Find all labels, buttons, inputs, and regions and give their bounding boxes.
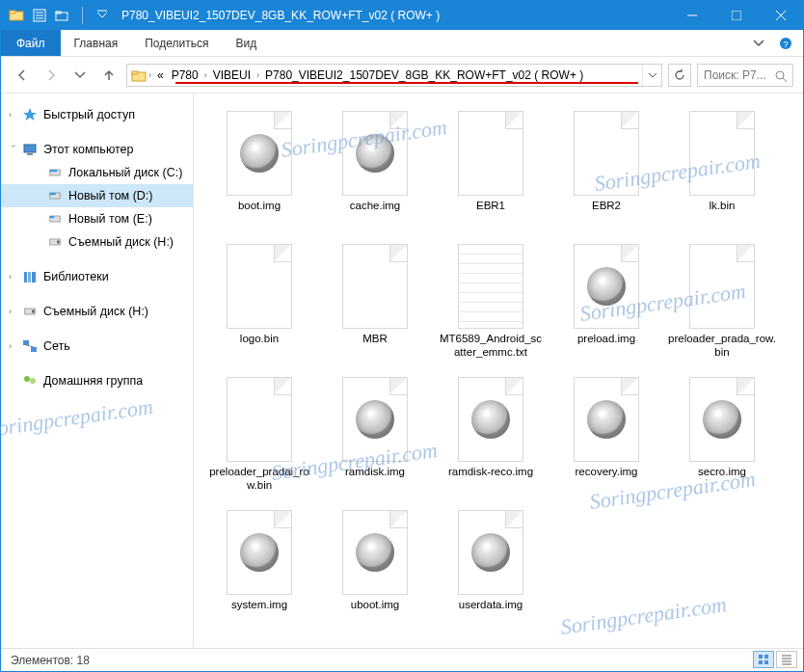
svg-rect-41	[759, 660, 763, 664]
nav-drive-c[interactable]: Локальный диск (C:)	[1, 161, 193, 184]
svg-rect-22	[50, 170, 58, 172]
content-pane[interactable]: boot.imgcache.imgEBR1EBR2lk.binlogo.binM…	[194, 94, 803, 648]
file-tile[interactable]: logo.bin	[203, 238, 315, 363]
tab-home[interactable]: Главная	[61, 30, 132, 56]
nav-quick-access[interactable]: › Быстрый доступ	[1, 103, 193, 126]
file-icon	[342, 244, 408, 329]
file-icon	[689, 111, 755, 196]
body: › Быстрый доступ › Этот компьютер Локаль…	[1, 94, 803, 648]
file-tile[interactable]: MBR	[319, 238, 431, 363]
svg-rect-42	[764, 660, 768, 664]
file-tile[interactable]: MT6589_Android_scatter_emmc.txt	[435, 238, 547, 363]
folder-icon	[9, 8, 24, 23]
file-name: MBR	[361, 329, 389, 345]
file-tile[interactable]: EBR2	[550, 105, 662, 230]
svg-rect-19	[24, 145, 36, 152]
recent-dropdown[interactable]	[68, 64, 92, 87]
nav-drive-d[interactable]: Новый том (D:)	[1, 184, 193, 207]
file-name: ramdisk.img	[343, 462, 407, 478]
file-tile[interactable]: system.img	[203, 504, 315, 630]
tab-share[interactable]: Поделиться	[131, 30, 222, 56]
nav-network[interactable]: › Сеть	[1, 335, 193, 358]
address-dropdown-icon[interactable]	[642, 65, 661, 86]
minimize-button[interactable]	[670, 1, 714, 30]
homegroup-icon	[22, 373, 38, 389]
nav-label: Этот компьютер	[43, 143, 133, 156]
details-view-button[interactable]	[776, 651, 797, 668]
nav-libraries[interactable]: › Библиотеки	[1, 265, 193, 288]
file-tile[interactable]: preloader_prada_row.bin	[666, 238, 778, 363]
ribbon-expand-icon[interactable]	[751, 36, 766, 51]
file-tile[interactable]: secro.img	[666, 371, 778, 497]
nav-label: Съемный диск (H:)	[68, 235, 174, 249]
close-button[interactable]	[759, 1, 803, 30]
folder-icon	[131, 67, 147, 83]
svg-rect-20	[27, 153, 33, 155]
file-tile[interactable]: ramdisk.img	[319, 371, 431, 497]
back-button[interactable]	[11, 64, 34, 87]
disc-image-icon	[458, 377, 523, 462]
nav-this-pc[interactable]: › Этот компьютер	[1, 138, 193, 161]
removable-drive-icon	[47, 234, 63, 250]
svg-point-17	[776, 71, 784, 79]
search-icon	[773, 68, 789, 84]
libraries-icon	[22, 269, 38, 284]
explorer-window: P780_VIBEUI2_1507DEV_8GB_KK_ROW+FT_v02 (…	[0, 0, 804, 672]
svg-line-36	[26, 345, 34, 347]
computer-icon	[22, 142, 38, 157]
nav-label: Новый том (D:)	[68, 189, 153, 202]
file-name: boot.img	[236, 196, 282, 212]
file-tile[interactable]: recovery.img	[550, 371, 662, 497]
address-box[interactable]: › « P780 › VIBEUI › P780_VIBEUI2_1507DEV…	[126, 64, 662, 87]
disc-image-icon	[574, 244, 639, 329]
new-folder-icon[interactable]	[55, 8, 70, 23]
nav-label: Домашняя группа	[43, 374, 143, 388]
file-tile[interactable]: cache.img	[319, 105, 431, 230]
file-tile[interactable]: preloader_pradai_row.bin	[203, 371, 315, 497]
file-name: uboot.img	[349, 595, 402, 611]
up-button[interactable]	[97, 64, 121, 87]
large-icons-view-button[interactable]	[753, 651, 774, 668]
file-name: logo.bin	[238, 329, 281, 345]
file-tab[interactable]: Файл	[1, 30, 61, 56]
removable-drive-icon	[22, 304, 38, 319]
file-name: ramdisk-reco.img	[446, 462, 535, 478]
refresh-button[interactable]	[668, 64, 691, 87]
nav-removable[interactable]: › Съемный диск (H:)	[1, 300, 193, 323]
nav-drive-e[interactable]: Новый том (E:)	[1, 207, 193, 230]
disc-image-icon	[689, 377, 755, 462]
drive-icon	[47, 188, 63, 203]
navigation-pane: › Быстрый доступ › Этот компьютер Локаль…	[1, 94, 194, 648]
nav-homegroup[interactable]: Домашняя группа	[1, 369, 193, 392]
nav-label: Быстрый доступ	[43, 108, 135, 121]
svg-rect-34	[23, 340, 29, 345]
file-name: lk.bin	[708, 196, 737, 212]
help-icon[interactable]: ?	[778, 36, 793, 51]
forward-button[interactable]	[40, 64, 63, 87]
search-input[interactable]: Поиск: P7...	[697, 64, 793, 87]
chevron-icon: ›	[9, 307, 18, 316]
file-name: userdata.img	[457, 595, 524, 611]
maximize-button[interactable]	[714, 1, 759, 30]
properties-icon[interactable]	[32, 8, 47, 23]
file-tile[interactable]: ramdisk-reco.img	[435, 371, 547, 497]
item-count-label: Элементов:	[11, 654, 73, 667]
nav-label: Новый том (E:)	[68, 212, 152, 226]
breadcrumb-overflow[interactable]: «	[153, 65, 168, 86]
file-name: MT6589_Android_scatter_emmc.txt	[435, 329, 547, 360]
file-tile[interactable]: preload.img	[550, 238, 662, 363]
file-tile[interactable]: boot.img	[203, 105, 315, 230]
svg-rect-29	[24, 272, 27, 282]
nav-drive-h[interactable]: Съемный диск (H:)	[1, 230, 193, 254]
file-tile[interactable]: EBR1	[435, 105, 547, 230]
chevron-down-icon: ›	[9, 145, 18, 154]
search-placeholder: Поиск: P7...	[704, 68, 766, 82]
tab-view[interactable]: Вид	[222, 30, 270, 56]
file-tile[interactable]: lk.bin	[666, 105, 778, 230]
chevron-icon: ›	[9, 341, 18, 351]
window-title: P780_VIBEUI2_1507DEV_8GB_KK_ROW+FT_v02 (…	[118, 9, 670, 22]
file-tile[interactable]: userdata.img	[435, 504, 547, 630]
qat-dropdown-icon[interactable]	[94, 8, 110, 23]
breadcrumb-chevron[interactable]: ›	[147, 65, 153, 86]
file-tile[interactable]: uboot.img	[319, 504, 431, 630]
